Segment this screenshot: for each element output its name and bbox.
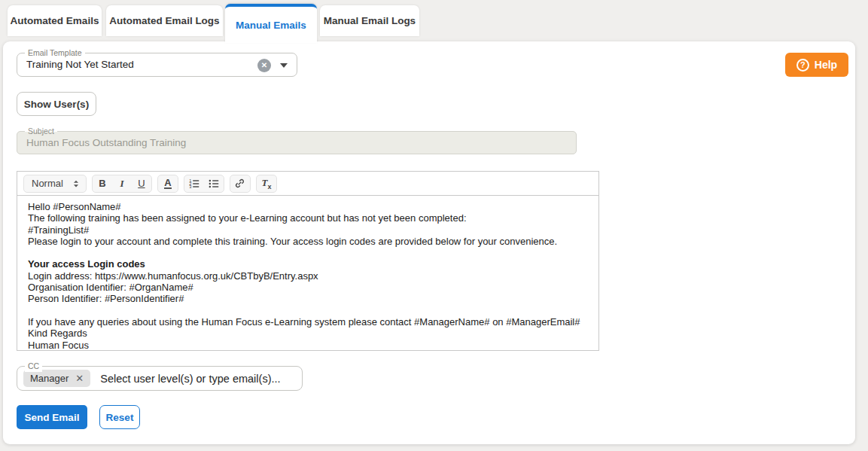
clear-formatting-button[interactable]: Tx — [257, 175, 276, 193]
help-button[interactable]: ? Help — [785, 53, 848, 77]
clean-chip: Tx — [256, 175, 277, 193]
subject-value: Human Focus Outstanding Training — [26, 132, 186, 154]
help-label: Help — [815, 59, 837, 71]
body-line: #TrainingList# — [28, 224, 588, 236]
italic-button[interactable]: I — [112, 175, 132, 193]
body-line: Person Identifier: #PersonIdentifier# — [28, 293, 588, 304]
body-line — [28, 305, 588, 316]
editor-toolbar: Normal B I U A — [17, 172, 598, 196]
tab-manual-email-logs[interactable]: Manual Email Logs — [320, 5, 419, 36]
ordered-list-icon: 1 2 3 — [188, 178, 200, 190]
body-line: Please login to your account and complet… — [28, 236, 588, 247]
body-line: Hello #PersonName# — [28, 201, 588, 212]
tab-label: Automated Emails — [11, 15, 99, 26]
email-template-select[interactable]: Email Template Training Not Yet Started … — [17, 53, 297, 77]
body-line: If you have any queries about using the … — [28, 316, 588, 328]
body-line: Kind Regards — [28, 328, 588, 339]
cc-field[interactable]: CC Manager ✕ Select user level(s) or typ… — [17, 366, 303, 391]
text-color-icon: A — [164, 178, 171, 189]
email-body-editor: Normal B I U A — [17, 171, 599, 351]
ordered-list-button[interactable]: 1 2 3 — [184, 175, 204, 193]
reset-button[interactable]: Reset — [99, 405, 140, 429]
tab-manual-emails[interactable]: Manual Emails — [225, 4, 317, 43]
text-color-button[interactable]: A — [158, 175, 178, 193]
body-line — [28, 247, 588, 258]
cc-label: CC — [25, 361, 42, 372]
insert-link-button[interactable] — [230, 175, 250, 193]
format-value: Normal — [32, 178, 63, 189]
chevron-down-icon[interactable] — [280, 63, 288, 68]
tab-automated-emails[interactable]: Automated Emails — [8, 5, 102, 36]
manual-emails-panel: Email Template Training Not Yet Started … — [3, 41, 855, 444]
question-circle-icon: ? — [796, 59, 809, 72]
tab-label: Manual Emails — [236, 20, 306, 31]
text-style-group: B I U — [92, 175, 152, 193]
show-users-button[interactable]: Show User(s) — [17, 92, 96, 116]
send-email-button[interactable]: Send Email — [17, 405, 87, 429]
paragraph-format-dropdown[interactable]: Normal — [23, 175, 87, 193]
svg-text:3: 3 — [189, 184, 191, 189]
chip-remove-icon[interactable]: ✕ — [75, 370, 84, 387]
tab-label: Automated Email Logs — [109, 15, 219, 26]
email-body-content[interactable]: Hello #PersonName# The following trainin… — [17, 196, 598, 350]
body-line: Your access Login codes — [28, 258, 588, 270]
body-line: Human Focus — [28, 340, 588, 350]
link-chip — [230, 175, 251, 193]
subject-field: Subject Human Focus Outstanding Training — [17, 131, 577, 154]
body-line: The following training has been assigned… — [28, 212, 588, 224]
body-line: Login address: https://www.humanfocus.or… — [28, 270, 588, 282]
bullet-list-button[interactable] — [204, 175, 224, 193]
link-icon — [234, 178, 245, 189]
body-line: Organisation Identifier: #OrganName# — [28, 282, 588, 293]
clear-formatting-icon: Tx — [261, 177, 271, 190]
email-template-value: Training Not Yet Started — [26, 53, 134, 76]
list-group: 1 2 3 — [184, 175, 224, 193]
underline-button[interactable]: U — [132, 175, 151, 193]
cc-inner: Manager ✕ Select user level(s) or type e… — [17, 367, 302, 390]
text-color-chip: A — [157, 175, 178, 193]
tab-automated-email-logs[interactable]: Automated Email Logs — [106, 5, 223, 36]
chip-label: Manager — [30, 373, 69, 384]
tab-label: Manual Email Logs — [324, 15, 416, 26]
cc-chip-manager: Manager ✕ — [23, 370, 90, 387]
updown-caret-icon — [71, 178, 81, 189]
bold-button[interactable]: B — [93, 175, 112, 193]
cc-placeholder: Select user level(s) or type email(s)... — [100, 373, 280, 385]
clear-selection-icon[interactable]: ✕ — [257, 59, 271, 72]
bullet-list-icon — [208, 178, 220, 190]
